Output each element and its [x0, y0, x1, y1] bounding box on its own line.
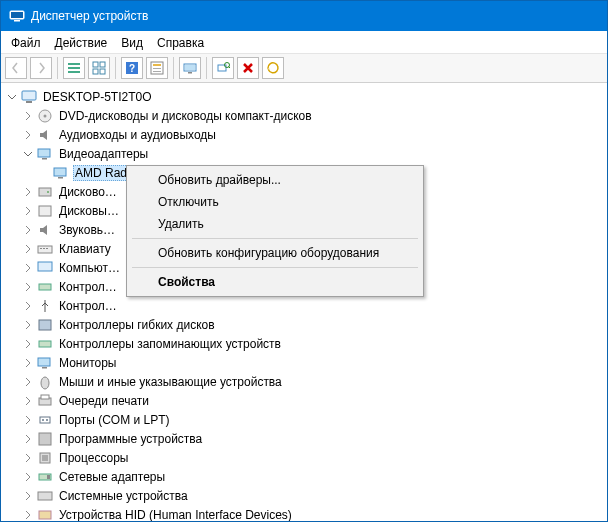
expander-closed-icon[interactable]: [21, 318, 35, 332]
svg-rect-29: [39, 188, 51, 196]
tree-category[interactable]: Контроллеры гибких дисков: [5, 315, 607, 334]
tree-root[interactable]: DESKTOP-5TI2T0O: [5, 87, 607, 106]
device-manager-window: Диспетчер устройств Файл Действие Вид Сп…: [0, 0, 608, 522]
print-queue-icon: [37, 393, 53, 409]
toolbar-separator: [173, 57, 174, 79]
tree-category[interactable]: Сетевые адаптеры: [5, 467, 607, 486]
svg-rect-54: [39, 511, 51, 519]
expander-closed-icon[interactable]: [21, 261, 35, 275]
expander-closed-icon[interactable]: [21, 337, 35, 351]
menu-action[interactable]: Действие: [55, 36, 108, 50]
expander-closed-icon[interactable]: [21, 451, 35, 465]
tree-category[interactable]: Контроллеры запоминающих устройств: [5, 334, 607, 353]
toolbar-details-button[interactable]: [63, 57, 85, 79]
svg-rect-38: [39, 320, 51, 330]
tree-item-label: Контроллеры запоминающих устройств: [57, 336, 283, 352]
svg-rect-15: [153, 71, 161, 72]
context-properties[interactable]: Свойства: [130, 271, 420, 293]
tree-category[interactable]: Очереди печати: [5, 391, 607, 410]
svg-rect-48: [39, 433, 51, 445]
svg-point-30: [47, 191, 49, 193]
expander-closed-icon[interactable]: [21, 185, 35, 199]
expander-closed-icon[interactable]: [21, 299, 35, 313]
expander-closed-icon[interactable]: [21, 394, 35, 408]
tree-item-label: Контрол…: [57, 298, 119, 314]
tree-item-label: Компьют…: [57, 260, 122, 276]
tree-category-display-adapters[interactable]: Видеоадаптеры: [5, 144, 607, 163]
svg-rect-27: [54, 168, 66, 176]
expander-closed-icon[interactable]: [21, 432, 35, 446]
svg-rect-18: [188, 72, 192, 74]
toolbar-uninstall-button[interactable]: [237, 57, 259, 79]
svg-rect-52: [47, 475, 50, 479]
toolbar-separator: [115, 57, 116, 79]
context-uninstall[interactable]: Удалить: [130, 213, 420, 235]
expander-closed-icon[interactable]: [21, 375, 35, 389]
toolbar-back-button[interactable]: [5, 57, 27, 79]
expander-closed-icon[interactable]: [21, 508, 35, 522]
tree-category[interactable]: Порты (COM и LPT): [5, 410, 607, 429]
menu-file[interactable]: Файл: [11, 36, 41, 50]
tree-item-label: Мониторы: [57, 355, 118, 371]
toolbar-separator: [57, 57, 58, 79]
tree-category[interactable]: Программные устройства: [5, 429, 607, 448]
toolbar-disable-button[interactable]: [262, 57, 284, 79]
svg-rect-21: [22, 91, 36, 100]
toolbar-properties-button[interactable]: [146, 57, 168, 79]
tree-item-label: Порты (COM и LPT): [57, 412, 172, 428]
expander-closed-icon[interactable]: [21, 242, 35, 256]
svg-rect-45: [40, 417, 50, 423]
tree-item-label: Дисковы…: [57, 203, 121, 219]
toolbar-help-button[interactable]: ?: [121, 57, 143, 79]
computer-icon: [21, 89, 37, 105]
tree-category[interactable]: Процессоры: [5, 448, 607, 467]
expander-closed-icon[interactable]: [21, 356, 35, 370]
tree-category[interactable]: Мониторы: [5, 353, 607, 372]
tree-item-label: Программные устройства: [57, 431, 204, 447]
svg-rect-7: [100, 62, 105, 67]
svg-rect-26: [42, 158, 47, 160]
expander-closed-icon[interactable]: [21, 413, 35, 427]
context-disable[interactable]: Отключить: [130, 191, 420, 213]
tree-category[interactable]: DVD-дисководы и дисководы компакт-дисков: [5, 106, 607, 125]
device-tree[interactable]: DESKTOP-5TI2T0O DVD-дисководы и дисковод…: [1, 83, 607, 522]
display-adapter-icon: [37, 146, 53, 162]
tree-category[interactable]: Устройства HID (Human Interface Devices): [5, 505, 607, 522]
expander-closed-icon[interactable]: [21, 489, 35, 503]
expander-closed-icon[interactable]: [21, 204, 35, 218]
tree-category[interactable]: Системные устройства: [5, 486, 607, 505]
tree-category[interactable]: Контрол…: [5, 296, 607, 315]
tree-item-label: DVD-дисководы и дисководы компакт-дисков: [57, 108, 314, 124]
context-scan-hardware[interactable]: Обновить конфигурацию оборудования: [130, 242, 420, 264]
context-separator: [132, 267, 418, 268]
toolbar-grid-button[interactable]: [88, 57, 110, 79]
svg-rect-28: [58, 177, 63, 179]
toolbar-update-button[interactable]: [179, 57, 201, 79]
tree-category[interactable]: Мыши и иные указывающие устройства: [5, 372, 607, 391]
expander-closed-icon[interactable]: [21, 280, 35, 294]
disk-icon: [37, 203, 53, 219]
tree-item-label: Видеоадаптеры: [57, 146, 150, 162]
expander-open-icon[interactable]: [5, 90, 19, 104]
toolbar-scan-button[interactable]: [212, 57, 234, 79]
context-separator: [132, 238, 418, 239]
storage-controller-icon: [37, 336, 53, 352]
expander-closed-icon[interactable]: [21, 223, 35, 237]
svg-rect-2: [14, 20, 20, 22]
expander-closed-icon[interactable]: [21, 470, 35, 484]
menu-help[interactable]: Справка: [157, 36, 204, 50]
expander-open-icon[interactable]: [21, 147, 35, 161]
svg-rect-44: [41, 395, 49, 399]
expander-closed-icon[interactable]: [21, 128, 35, 142]
toolbar-forward-button[interactable]: [30, 57, 52, 79]
svg-rect-40: [38, 358, 50, 366]
svg-rect-6: [93, 62, 98, 67]
expander-closed-icon[interactable]: [21, 109, 35, 123]
tree-item-label: Аудиовходы и аудиовыходы: [57, 127, 218, 143]
svg-point-42: [41, 377, 49, 389]
tree-category[interactable]: Аудиовходы и аудиовыходы: [5, 125, 607, 144]
context-update-drivers[interactable]: Обновить драйверы...: [130, 169, 420, 191]
toolbar-separator: [206, 57, 207, 79]
menu-view[interactable]: Вид: [121, 36, 143, 50]
titlebar: Диспетчер устройств: [1, 1, 607, 31]
